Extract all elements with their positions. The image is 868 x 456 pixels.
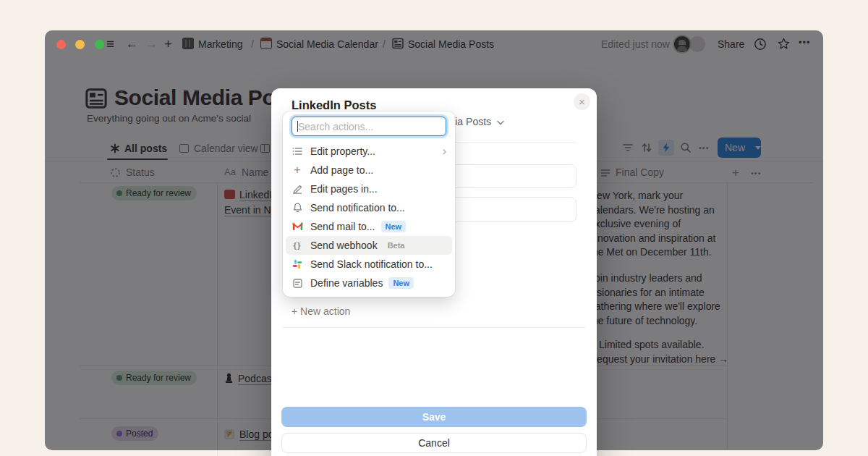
menu-item-label: Edit pages in...	[310, 183, 378, 195]
close-icon[interactable]: ×	[574, 93, 590, 110]
menu-item-edit-property[interactable]: Edit property... ›	[286, 142, 452, 161]
variables-doc-icon	[292, 277, 303, 289]
menu-item-label: Define variables	[310, 277, 383, 289]
braces-icon: {}	[292, 240, 303, 251]
menu-item-send-mail[interactable]: Send mail to... New	[286, 217, 452, 236]
menu-item-label: Send notification to...	[310, 202, 405, 214]
screenshot-canvas: ≡ ← → + Marketing / Social Media Calenda…	[0, 0, 868, 456]
plus-icon: +	[292, 164, 303, 176]
menu-item-label: Send mail to...	[310, 221, 375, 232]
modal-title: LinkedIn Posts	[292, 98, 376, 112]
menu-item-edit-pages[interactable]: Edit pages in...	[286, 180, 452, 198]
automation-modal: LinkedIn Posts × Social Media Posts Edit	[271, 88, 597, 456]
beta-badge: Beta	[383, 240, 409, 251]
search-actions-input[interactable]	[292, 117, 446, 136]
new-badge: New	[381, 221, 407, 232]
window-controls	[56, 39, 104, 52]
minimize-window-button[interactable]	[75, 40, 85, 49]
list-icon	[292, 145, 303, 157]
menu-item-send-webhook[interactable]: {} Send webhook Beta	[286, 236, 452, 255]
text-caret	[297, 121, 298, 132]
menu-item-label: Edit property...	[310, 145, 375, 157]
chevron-down-icon	[497, 120, 504, 125]
cancel-button[interactable]: Cancel	[281, 433, 587, 453]
submenu-chevron-icon: ›	[443, 145, 446, 158]
slack-icon	[292, 258, 303, 270]
modal-divider	[283, 327, 585, 328]
menu-item-label: Send Slack notification to...	[310, 258, 433, 270]
new-badge: New	[388, 277, 414, 289]
gmail-icon	[292, 221, 303, 232]
menu-item-add-page[interactable]: + Add page to...	[286, 161, 452, 180]
bell-icon	[292, 202, 303, 214]
menu-item-send-notification[interactable]: Send notification to...	[286, 198, 452, 217]
zoom-window-button[interactable]	[95, 40, 104, 49]
menu-item-send-slack[interactable]: Send Slack notification to...	[286, 255, 452, 274]
pencil-icon	[292, 183, 303, 195]
new-action-button[interactable]: + New action	[292, 305, 350, 317]
actions-dropdown: Edit property... › + Add page to... Edit…	[283, 111, 455, 297]
menu-item-label: Send webhook	[310, 240, 378, 251]
close-window-button[interactable]	[56, 40, 66, 49]
menu-item-label: Add page to...	[310, 164, 373, 176]
save-button[interactable]: Save	[281, 407, 587, 427]
menu-item-define-variables[interactable]: Define variables New	[286, 274, 452, 292]
